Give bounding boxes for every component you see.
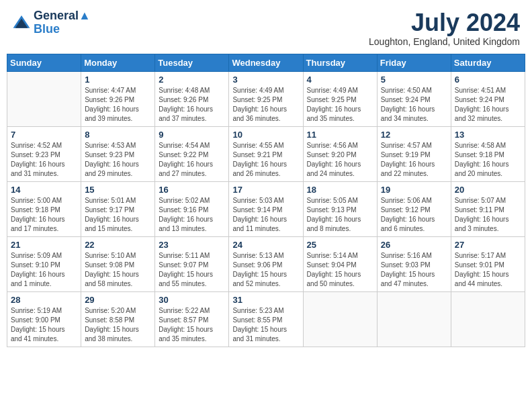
day-number: 29	[85, 295, 151, 305]
day-number: 19	[381, 185, 447, 195]
location-subtitle: Loughton, England, United Kingdom	[369, 36, 520, 47]
calendar-cell: 13Sunrise: 4:58 AM Sunset: 9:18 PM Dayli…	[451, 126, 525, 181]
weekday-header-row: SundayMondayTuesdayWednesdayThursdayFrid…	[7, 54, 525, 71]
weekday-header-sunday: Sunday	[7, 54, 81, 71]
calendar-cell: 24Sunrise: 5:13 AM Sunset: 9:06 PM Dayli…	[229, 236, 303, 291]
day-info: Sunrise: 4:51 AM Sunset: 9:24 PM Dayligh…	[455, 86, 521, 124]
calendar-cell: 23Sunrise: 5:11 AM Sunset: 9:07 PM Dayli…	[155, 236, 229, 291]
calendar-cell	[377, 291, 451, 347]
calendar-cell: 26Sunrise: 5:16 AM Sunset: 9:03 PM Dayli…	[377, 236, 451, 291]
calendar-week-1: 1Sunrise: 4:47 AM Sunset: 9:26 PM Daylig…	[7, 71, 525, 126]
calendar-cell: 25Sunrise: 5:14 AM Sunset: 9:04 PM Dayli…	[303, 236, 377, 291]
day-number: 30	[159, 295, 225, 305]
calendar-cell: 2Sunrise: 4:48 AM Sunset: 9:26 PM Daylig…	[155, 71, 229, 126]
day-number: 16	[159, 185, 225, 195]
day-number: 3	[232, 75, 299, 85]
day-info: Sunrise: 5:00 AM Sunset: 9:18 PM Dayligh…	[11, 196, 77, 234]
page-header: General▲ Blue July 2024 Loughton, Englan…	[7, 7, 525, 50]
day-number: 23	[159, 240, 225, 250]
calendar-cell: 31Sunrise: 5:23 AM Sunset: 8:55 PM Dayli…	[229, 291, 303, 347]
day-info: Sunrise: 4:50 AM Sunset: 9:24 PM Dayligh…	[381, 86, 447, 124]
day-info: Sunrise: 4:49 AM Sunset: 9:25 PM Dayligh…	[307, 86, 373, 124]
day-number: 5	[381, 75, 447, 85]
calendar-week-5: 28Sunrise: 5:19 AM Sunset: 9:00 PM Dayli…	[7, 291, 525, 347]
calendar-cell: 10Sunrise: 4:55 AM Sunset: 9:21 PM Dayli…	[229, 126, 303, 181]
day-number: 28	[11, 295, 77, 305]
logo-icon	[12, 13, 31, 32]
day-info: Sunrise: 5:10 AM Sunset: 9:08 PM Dayligh…	[85, 251, 151, 289]
day-info: Sunrise: 5:01 AM Sunset: 9:17 PM Dayligh…	[85, 196, 151, 234]
day-info: Sunrise: 4:56 AM Sunset: 9:20 PM Dayligh…	[307, 141, 373, 179]
day-info: Sunrise: 5:07 AM Sunset: 9:11 PM Dayligh…	[455, 196, 521, 234]
day-info: Sunrise: 4:49 AM Sunset: 9:25 PM Dayligh…	[232, 86, 299, 124]
calendar-cell: 28Sunrise: 5:19 AM Sunset: 9:00 PM Dayli…	[7, 291, 81, 347]
day-info: Sunrise: 4:54 AM Sunset: 9:22 PM Dayligh…	[159, 141, 225, 179]
day-info: Sunrise: 5:11 AM Sunset: 9:07 PM Dayligh…	[159, 251, 225, 289]
day-number: 24	[232, 240, 299, 250]
title-area: July 2024 Loughton, England, United King…	[369, 9, 520, 47]
day-info: Sunrise: 5:03 AM Sunset: 9:14 PM Dayligh…	[232, 196, 299, 234]
calendar-week-2: 7Sunrise: 4:52 AM Sunset: 9:23 PM Daylig…	[7, 126, 525, 181]
calendar-cell: 27Sunrise: 5:17 AM Sunset: 9:01 PM Dayli…	[451, 236, 525, 291]
day-info: Sunrise: 5:14 AM Sunset: 9:04 PM Dayligh…	[307, 251, 373, 289]
day-info: Sunrise: 4:55 AM Sunset: 9:21 PM Dayligh…	[232, 141, 299, 179]
day-number: 8	[85, 130, 151, 140]
weekday-header-saturday: Saturday	[451, 54, 525, 71]
weekday-header-thursday: Thursday	[303, 54, 377, 71]
day-info: Sunrise: 4:47 AM Sunset: 9:26 PM Dayligh…	[85, 86, 151, 124]
day-number: 21	[11, 240, 77, 250]
calendar-cell: 12Sunrise: 4:57 AM Sunset: 9:19 PM Dayli…	[377, 126, 451, 181]
calendar-cell: 17Sunrise: 5:03 AM Sunset: 9:14 PM Dayli…	[229, 181, 303, 236]
calendar-cell	[7, 71, 81, 126]
calendar-cell: 30Sunrise: 5:22 AM Sunset: 8:57 PM Dayli…	[155, 291, 229, 347]
day-number: 27	[455, 240, 521, 250]
day-info: Sunrise: 4:53 AM Sunset: 9:23 PM Dayligh…	[85, 141, 151, 179]
calendar-cell: 7Sunrise: 4:52 AM Sunset: 9:23 PM Daylig…	[7, 126, 81, 181]
day-info: Sunrise: 5:17 AM Sunset: 9:01 PM Dayligh…	[455, 251, 521, 289]
day-number: 20	[455, 185, 521, 195]
calendar-cell: 11Sunrise: 4:56 AM Sunset: 9:20 PM Dayli…	[303, 126, 377, 181]
calendar-cell	[303, 291, 377, 347]
day-info: Sunrise: 5:02 AM Sunset: 9:16 PM Dayligh…	[159, 196, 225, 234]
day-number: 14	[11, 185, 77, 195]
logo: General▲ Blue	[12, 9, 91, 36]
day-info: Sunrise: 4:52 AM Sunset: 9:23 PM Dayligh…	[11, 141, 77, 179]
day-number: 31	[232, 295, 299, 305]
day-info: Sunrise: 4:48 AM Sunset: 9:26 PM Dayligh…	[159, 86, 225, 124]
day-info: Sunrise: 4:57 AM Sunset: 9:19 PM Dayligh…	[381, 141, 447, 179]
day-number: 1	[85, 75, 151, 85]
day-info: Sunrise: 5:20 AM Sunset: 8:58 PM Dayligh…	[85, 306, 151, 344]
calendar-cell: 15Sunrise: 5:01 AM Sunset: 9:17 PM Dayli…	[81, 181, 155, 236]
weekday-header-monday: Monday	[81, 54, 155, 71]
calendar-cell: 4Sunrise: 4:49 AM Sunset: 9:25 PM Daylig…	[303, 71, 377, 126]
day-number: 9	[159, 130, 225, 140]
day-number: 11	[307, 130, 373, 140]
day-info: Sunrise: 4:58 AM Sunset: 9:18 PM Dayligh…	[455, 141, 521, 179]
day-number: 15	[85, 185, 151, 195]
calendar-cell: 22Sunrise: 5:10 AM Sunset: 9:08 PM Dayli…	[81, 236, 155, 291]
day-number: 6	[455, 75, 521, 85]
day-info: Sunrise: 5:13 AM Sunset: 9:06 PM Dayligh…	[232, 251, 299, 289]
calendar-cell: 6Sunrise: 4:51 AM Sunset: 9:24 PM Daylig…	[451, 71, 525, 126]
calendar-week-4: 21Sunrise: 5:09 AM Sunset: 9:10 PM Dayli…	[7, 236, 525, 291]
weekday-header-tuesday: Tuesday	[155, 54, 229, 71]
day-number: 22	[85, 240, 151, 250]
day-info: Sunrise: 5:16 AM Sunset: 9:03 PM Dayligh…	[381, 251, 447, 289]
day-info: Sunrise: 5:09 AM Sunset: 9:10 PM Dayligh…	[11, 251, 77, 289]
weekday-header-wednesday: Wednesday	[229, 54, 303, 71]
calendar-cell: 9Sunrise: 4:54 AM Sunset: 9:22 PM Daylig…	[155, 126, 229, 181]
day-number: 12	[381, 130, 447, 140]
calendar-cell: 14Sunrise: 5:00 AM Sunset: 9:18 PM Dayli…	[7, 181, 81, 236]
calendar-week-3: 14Sunrise: 5:00 AM Sunset: 9:18 PM Dayli…	[7, 181, 525, 236]
day-number: 7	[11, 130, 77, 140]
calendar-cell: 1Sunrise: 4:47 AM Sunset: 9:26 PM Daylig…	[81, 71, 155, 126]
calendar-cell: 5Sunrise: 4:50 AM Sunset: 9:24 PM Daylig…	[377, 71, 451, 126]
day-number: 10	[232, 130, 299, 140]
calendar-cell: 20Sunrise: 5:07 AM Sunset: 9:11 PM Dayli…	[451, 181, 525, 236]
day-number: 26	[381, 240, 447, 250]
weekday-header-friday: Friday	[377, 54, 451, 71]
day-info: Sunrise: 5:19 AM Sunset: 9:00 PM Dayligh…	[11, 306, 77, 344]
day-number: 18	[307, 185, 373, 195]
calendar-cell: 19Sunrise: 5:06 AM Sunset: 9:12 PM Dayli…	[377, 181, 451, 236]
calendar-cell: 29Sunrise: 5:20 AM Sunset: 8:58 PM Dayli…	[81, 291, 155, 347]
